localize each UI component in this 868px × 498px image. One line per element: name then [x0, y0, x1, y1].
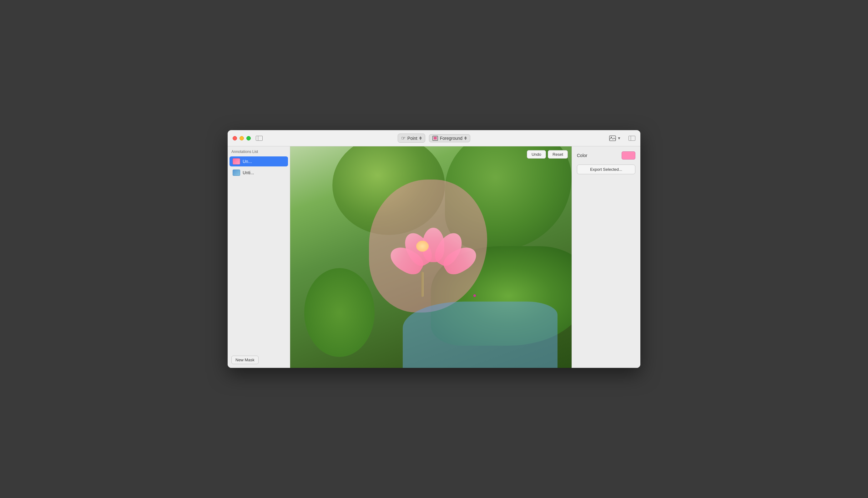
minimize-button[interactable] — [240, 136, 244, 141]
undo-button[interactable]: Undo — [527, 150, 546, 159]
flower-stem — [421, 272, 424, 297]
sidebar-toggle-icon — [256, 136, 263, 141]
export-button[interactable]: Export Selected... — [577, 165, 636, 174]
lotus-flower — [394, 218, 451, 274]
stepper-down-icon — [464, 138, 467, 140]
titlebar-center: ☞ Point Foreground — [398, 134, 470, 143]
image-icon — [609, 135, 616, 141]
foreground-selector[interactable]: Foreground — [429, 134, 470, 142]
foreground-label: Foreground — [440, 136, 463, 141]
right-sidebar-toggle[interactable] — [628, 136, 636, 141]
annotation-label: Unti... — [243, 170, 254, 175]
stepper-up-icon — [419, 136, 422, 138]
canvas-area[interactable]: Undo Reset — [290, 146, 572, 368]
app-window: ☞ Point Foreground — [228, 130, 640, 368]
annotation-label: Un... — [243, 159, 252, 164]
annotation-item[interactable]: Unti... — [229, 168, 288, 178]
titlebar: ☞ Point Foreground — [228, 130, 640, 146]
left-panel-bottom: New Mask — [228, 352, 290, 368]
close-button[interactable] — [232, 136, 237, 141]
canvas-toolbar: Undo Reset — [527, 150, 568, 159]
leaf-bg — [304, 268, 375, 357]
canvas-image[interactable] — [290, 146, 572, 368]
foreground-icon — [432, 136, 438, 141]
titlebar-right: ▼ — [606, 134, 636, 142]
stepper-up-icon — [464, 136, 467, 138]
left-sidebar-toggle[interactable] — [256, 136, 263, 141]
maximize-button[interactable] — [246, 136, 251, 141]
cursor-icon: ☞ — [401, 135, 405, 141]
new-mask-button[interactable]: New Mask — [231, 356, 258, 364]
color-row: Color — [577, 152, 636, 159]
annotation-thumbnail — [232, 158, 240, 165]
leaf-bg — [445, 146, 572, 251]
main-content: Annotations List Un... Unti... New Mask … — [228, 146, 640, 368]
annotations-list-header: Annotations List — [228, 146, 290, 156]
left-panel: Annotations List Un... Unti... New Mask — [228, 146, 290, 368]
tool-selector[interactable]: ☞ Point — [398, 134, 425, 143]
annotation-item[interactable]: Un... — [229, 156, 288, 167]
flower — [383, 191, 462, 302]
image-menu-button[interactable]: ▼ — [606, 134, 624, 142]
right-panel: Color Export Selected... — [572, 146, 640, 368]
color-swatch[interactable] — [622, 152, 636, 159]
color-label: Color — [577, 153, 617, 158]
foreground-stepper[interactable] — [464, 136, 467, 140]
annotation-thumbnail — [232, 170, 240, 176]
tool-stepper[interactable] — [419, 136, 422, 140]
tool-label: Point — [408, 136, 417, 141]
stepper-down-icon — [419, 138, 422, 140]
chevron-down-icon: ▼ — [617, 136, 621, 141]
traffic-lights — [232, 136, 251, 141]
reset-button[interactable]: Reset — [548, 150, 568, 159]
